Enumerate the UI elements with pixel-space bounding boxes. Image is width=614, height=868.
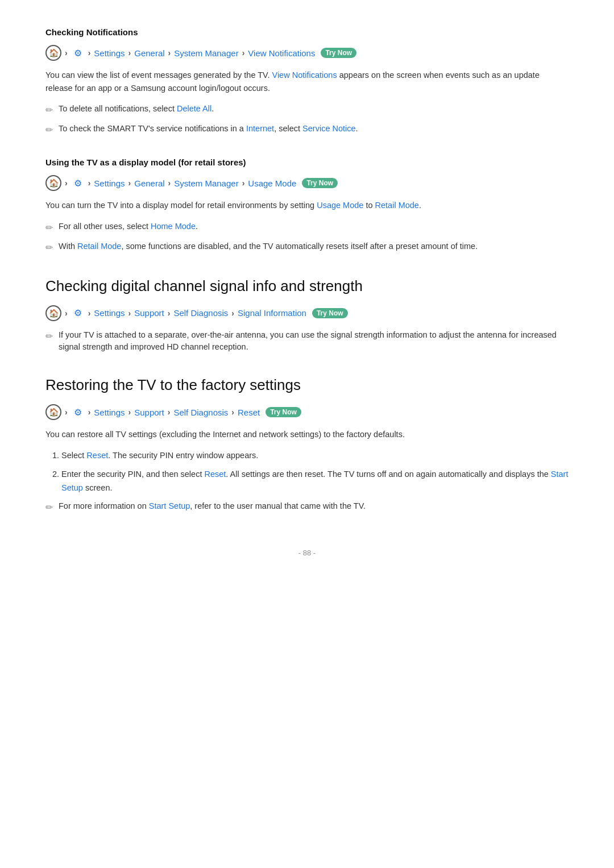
page-footer: - 88 - <box>45 549 569 557</box>
nav-sep-dm-2: › <box>88 178 91 188</box>
pencil-icon-2: ✏ <box>45 123 53 137</box>
signal-bullets: ✏ If your TV is attached to a separate, … <box>45 329 569 354</box>
nav-support-sig[interactable]: Support <box>134 308 164 318</box>
home-mode-link[interactable]: Home Mode <box>151 222 196 231</box>
nav-sep-5: › <box>242 48 245 57</box>
factory-reset-step-1: Select Reset. The security PIN entry win… <box>61 449 569 462</box>
nav-usage-mode[interactable]: Usage Mode <box>248 178 296 188</box>
nav-sep-sig-5: › <box>231 309 234 318</box>
display-model-bullet-2: ✏ With Retail Mode, some functions are d… <box>45 240 569 255</box>
nav-path-notifications: 🏠 › ⚙ › Settings › General › System Mana… <box>45 45 569 61</box>
display-model-bullet-1: ✏ For all other uses, select Home Mode. <box>45 221 569 235</box>
display-model-section: Using the TV as a display model (for ret… <box>45 157 569 254</box>
nav-sep-dm-5: › <box>242 178 245 188</box>
pencil-icon-sig-1: ✏ <box>45 330 53 343</box>
signal-info-heading: Checking digital channel signal info and… <box>45 277 569 295</box>
view-notifications-link[interactable]: View Notifications <box>272 70 337 80</box>
display-model-heading: Using the TV as a display model (for ret… <box>45 157 569 167</box>
nav-sep-3: › <box>128 48 131 57</box>
nav-sep-sig-3: › <box>128 309 131 318</box>
nav-sep-rst-4: › <box>168 408 171 417</box>
reset-link-2[interactable]: Reset <box>204 470 226 479</box>
nav-sep-4: › <box>168 48 171 57</box>
display-model-body-text: You can turn the TV into a display model… <box>45 199 569 212</box>
notification-bullet-1-text: To delete all notifications, select Dele… <box>59 103 214 115</box>
nav-sep-rst-1: › <box>65 408 68 417</box>
nav-sep-dm-1: › <box>65 178 68 188</box>
nav-sep-rst-2: › <box>88 408 91 417</box>
start-setup-link[interactable]: Start Setup <box>61 470 568 492</box>
usage-mode-link[interactable]: Usage Mode <box>317 201 363 210</box>
internet-link[interactable]: Internet <box>246 124 274 133</box>
pencil-icon-dm-2: ✏ <box>45 241 53 255</box>
page-number: - 88 - <box>298 549 316 557</box>
settings-icon-dm: ⚙ <box>71 176 85 190</box>
notification-bullet-1: ✏ To delete all notifications, select De… <box>45 103 569 117</box>
factory-reset-body-text: You can restore all TV settings (excludi… <box>45 428 569 441</box>
factory-reset-heading: Restoring the TV to the factory settings <box>45 376 569 394</box>
signal-bullet-1-text: If your TV is attached to a separate, ov… <box>59 329 569 354</box>
home-icon-4: 🏠 <box>45 404 61 420</box>
home-icon-2: 🏠 <box>45 175 61 191</box>
signal-bullet-1: ✏ If your TV is attached to a separate, … <box>45 329 569 354</box>
nav-settings-rst[interactable]: Settings <box>94 408 125 417</box>
checking-notifications-section: Checking Notifications 🏠 › ⚙ › Settings … <box>45 27 569 137</box>
nav-path-signal: 🏠 › ⚙ › Settings › Support › Self Diagno… <box>45 305 569 321</box>
notification-bullet-2: ✏ To check the SMART TV's service notifi… <box>45 123 569 137</box>
nav-general[interactable]: General <box>134 48 164 58</box>
nav-settings-sig[interactable]: Settings <box>94 308 125 318</box>
nav-support-rst[interactable]: Support <box>134 408 164 417</box>
nav-sep-1: › <box>65 48 68 57</box>
nav-sep-sig-2: › <box>88 309 91 318</box>
nav-system-manager[interactable]: System Manager <box>174 48 238 58</box>
nav-path-reset: 🏠 › ⚙ › Settings › Support › Self Diagno… <box>45 404 569 420</box>
pencil-icon-rst-1: ✏ <box>45 501 53 514</box>
home-icon-3: 🏠 <box>45 305 61 321</box>
nav-view-notifications[interactable]: View Notifications <box>248 48 315 58</box>
delete-all-link[interactable]: Delete All <box>177 104 211 113</box>
start-setup-link-2[interactable]: Start Setup <box>149 501 190 510</box>
factory-reset-bullet-1: ✏ For more information on Start Setup, r… <box>45 500 569 514</box>
nav-general-dm[interactable]: General <box>134 178 164 188</box>
home-icon: 🏠 <box>45 45 61 61</box>
factory-reset-section: Restoring the TV to the factory settings… <box>45 376 569 514</box>
factory-reset-step-2: Enter the security PIN, and then select … <box>61 468 569 494</box>
nav-settings[interactable]: Settings <box>94 48 125 58</box>
service-notice-link[interactable]: Service Notice <box>302 124 355 133</box>
settings-icon-1: ⚙ <box>71 46 85 60</box>
display-model-bullets: ✏ For all other uses, select Home Mode. … <box>45 221 569 255</box>
nav-signal-information[interactable]: Signal Information <box>238 308 306 318</box>
try-now-badge-dm[interactable]: Try Now <box>302 178 338 188</box>
nav-sep-sig-4: › <box>168 309 171 318</box>
nav-sep-rst-3: › <box>128 408 131 417</box>
display-model-bullet-1-text: For all other uses, select Home Mode. <box>59 221 198 233</box>
pencil-icon-1: ✏ <box>45 103 53 117</box>
display-model-bullet-2-text: With Retail Mode, some functions are dis… <box>59 240 478 253</box>
nav-reset[interactable]: Reset <box>238 408 260 417</box>
try-now-badge-reset[interactable]: Try Now <box>265 407 301 417</box>
notifications-body-text: You can view the list of event messages … <box>45 69 569 95</box>
pencil-icon-dm-1: ✏ <box>45 221 53 235</box>
factory-reset-bullet-1-text: For more information on Start Setup, ref… <box>59 500 366 513</box>
reset-link-1[interactable]: Reset <box>86 451 108 460</box>
nav-sep-dm-4: › <box>168 178 171 188</box>
settings-icon-sig: ⚙ <box>71 306 85 320</box>
nav-sep-sig-1: › <box>65 309 68 318</box>
nav-sep-dm-3: › <box>128 178 131 188</box>
try-now-badge-signal[interactable]: Try Now <box>312 308 348 318</box>
nav-sep-2: › <box>88 48 91 57</box>
nav-path-display-model: 🏠 › ⚙ › Settings › General › System Mana… <box>45 175 569 191</box>
settings-icon-rst: ⚙ <box>71 405 85 419</box>
nav-self-diagnosis-rst[interactable]: Self Diagnosis <box>173 408 228 417</box>
nav-system-manager-dm[interactable]: System Manager <box>174 178 238 188</box>
try-now-badge-notifications[interactable]: Try Now <box>321 48 356 58</box>
factory-reset-steps: Select Reset. The security PIN entry win… <box>45 449 569 495</box>
factory-reset-bullets: ✏ For more information on Start Setup, r… <box>45 500 569 514</box>
notification-bullet-2-text: To check the SMART TV's service notifica… <box>59 123 358 135</box>
signal-info-section: Checking digital channel signal info and… <box>45 277 569 354</box>
nav-settings-dm[interactable]: Settings <box>94 178 125 188</box>
checking-notifications-heading: Checking Notifications <box>45 27 569 37</box>
nav-self-diagnosis-sig[interactable]: Self Diagnosis <box>173 308 228 318</box>
retail-mode-link-2[interactable]: Retail Mode <box>77 242 121 251</box>
retail-mode-link[interactable]: Retail Mode <box>375 201 419 210</box>
